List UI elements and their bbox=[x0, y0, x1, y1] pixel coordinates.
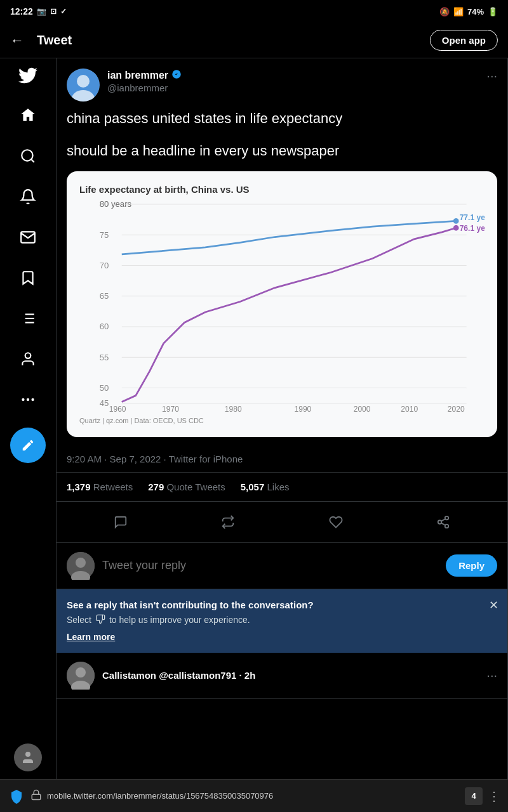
svg-point-9 bbox=[22, 398, 24, 401]
reply-more-button[interactable]: ··· bbox=[486, 668, 497, 683]
svg-point-0 bbox=[22, 150, 32, 160]
top-nav: ← Tweet Open app bbox=[0, 23, 508, 58]
sidebar-item-search[interactable] bbox=[10, 138, 46, 174]
quote-tweets-label: Quote Tweets bbox=[166, 481, 225, 492]
svg-text:1980: 1980 bbox=[225, 404, 242, 412]
reply-button[interactable]: Reply bbox=[446, 554, 497, 577]
tweet-actions bbox=[57, 502, 507, 543]
browser-tabs-button[interactable]: 4 bbox=[465, 787, 483, 805]
browser-bar: mobile.twitter.com/ianbremmer/status/156… bbox=[0, 779, 508, 812]
info-banner-text: Select to help us improve your experienc… bbox=[67, 614, 497, 626]
svg-rect-54 bbox=[32, 794, 41, 799]
svg-point-43 bbox=[445, 516, 449, 520]
svg-point-8 bbox=[25, 353, 31, 358]
svg-point-45 bbox=[445, 524, 449, 528]
open-app-button[interactable]: Open app bbox=[430, 30, 498, 51]
browser-menu-button[interactable]: ⋮ bbox=[488, 789, 500, 804]
chart-title: Life expectancy at birth, China vs. US bbox=[79, 184, 485, 195]
chart-container: Life expectancy at birth, China vs. US 8… bbox=[67, 171, 497, 437]
status-time: 12:22 📷 ⊡ ✓ bbox=[10, 6, 67, 16]
svg-point-12 bbox=[25, 752, 30, 757]
twitter-logo[interactable] bbox=[18, 66, 37, 88]
svg-text:77.1 years: 77.1 years bbox=[460, 213, 485, 222]
retweets-stat[interactable]: 1,379 Retweets bbox=[67, 481, 133, 492]
share-button[interactable] bbox=[428, 507, 458, 537]
comment-button[interactable] bbox=[105, 507, 136, 537]
user-avatar-sidebar[interactable] bbox=[14, 743, 42, 771]
compose-button[interactable] bbox=[10, 428, 46, 463]
retweets-label: Retweets bbox=[93, 481, 133, 492]
reply-preview: Callistamon @callistamon791 · 2h ··· bbox=[57, 653, 507, 699]
learn-more-link[interactable]: Learn more bbox=[67, 632, 115, 642]
svg-line-47 bbox=[441, 519, 445, 521]
sidebar-item-messages[interactable] bbox=[10, 219, 46, 255]
reply-user-info: Callistamon @callistamon791 · 2h bbox=[102, 670, 479, 681]
chart-source: Quartz | qz.com | Data: OECD, US CDC bbox=[79, 417, 485, 424]
sidebar-item-more[interactable] bbox=[10, 382, 46, 417]
svg-line-46 bbox=[441, 523, 445, 525]
sidebar-item-bookmarks[interactable] bbox=[10, 260, 46, 296]
svg-text:1970: 1970 bbox=[162, 404, 179, 412]
tweet-text-line2: should be a headline in every us newspap… bbox=[67, 141, 497, 161]
back-button[interactable]: ← bbox=[10, 32, 24, 49]
svg-point-10 bbox=[27, 398, 29, 401]
lock-icon bbox=[30, 789, 42, 803]
svg-point-35 bbox=[453, 225, 459, 230]
tweet-text: china passes united states in life expec… bbox=[67, 109, 497, 161]
tweet-more-button[interactable]: ··· bbox=[486, 69, 497, 83]
svg-point-49 bbox=[76, 558, 86, 568]
svg-text:2020: 2020 bbox=[448, 404, 465, 412]
svg-point-34 bbox=[453, 218, 459, 223]
info-banner-title: See a reply that isn't contributing to t… bbox=[67, 599, 497, 610]
sidebar-item-home[interactable] bbox=[10, 98, 46, 133]
svg-text:60: 60 bbox=[100, 322, 109, 331]
tweet-user-info: ian bremmer @ianbremmer bbox=[107, 69, 486, 93]
svg-text:45: 45 bbox=[100, 398, 109, 408]
svg-point-14 bbox=[77, 75, 90, 88]
svg-text:2000: 2000 bbox=[354, 404, 371, 412]
downvote-icon bbox=[95, 614, 105, 626]
chart-svg: 80 years 75 70 65 60 55 50 45 bbox=[79, 197, 485, 413]
info-banner: See a reply that isn't contributing to t… bbox=[57, 589, 507, 653]
tweet-author-avatar[interactable] bbox=[67, 69, 100, 102]
sidebar-item-lists[interactable] bbox=[10, 301, 46, 336]
svg-point-11 bbox=[31, 398, 34, 401]
svg-text:65: 65 bbox=[100, 291, 109, 301]
reply-username: Callistamon @callistamon791 · 2h bbox=[102, 670, 479, 681]
svg-text:70: 70 bbox=[100, 260, 109, 270]
likes-label: Likes bbox=[267, 481, 289, 492]
current-user-avatar bbox=[67, 552, 95, 580]
reply-author-avatar[interactable] bbox=[67, 662, 95, 690]
main-content: ian bremmer @ianbremmer ··· china passes… bbox=[56, 58, 508, 779]
status-bar: 12:22 📷 ⊡ ✓ 🔕 📶 74% 🔋 bbox=[0, 0, 508, 23]
sidebar bbox=[0, 58, 56, 779]
sidebar-item-notifications[interactable] bbox=[10, 179, 46, 214]
svg-text:50: 50 bbox=[100, 383, 109, 392]
tweet-text-line1: china passes united states in life expec… bbox=[67, 109, 497, 129]
likes-stat[interactable]: 5,057 Likes bbox=[241, 481, 290, 492]
chart-area: 80 years 75 70 65 60 55 50 45 bbox=[79, 197, 485, 413]
tweet-display-name[interactable]: ian bremmer bbox=[107, 69, 486, 82]
like-button[interactable] bbox=[321, 507, 351, 537]
sidebar-item-profile[interactable] bbox=[10, 341, 46, 377]
tweet-header: ian bremmer @ianbremmer ··· bbox=[67, 69, 497, 102]
retweet-button[interactable] bbox=[213, 507, 243, 537]
browser-url[interactable]: mobile.twitter.com/ianbremmer/status/156… bbox=[47, 791, 460, 801]
verified-badge bbox=[171, 69, 182, 82]
reply-input-area: Reply bbox=[57, 543, 507, 589]
page-title: Tweet bbox=[37, 33, 430, 48]
shield-icon bbox=[8, 787, 25, 805]
reply-input-field[interactable] bbox=[102, 559, 438, 572]
svg-point-44 bbox=[438, 520, 442, 524]
quote-tweets-stat[interactable]: 279 Quote Tweets bbox=[148, 481, 225, 492]
tweet-container: ian bremmer @ianbremmer ··· china passes… bbox=[57, 58, 507, 437]
tweet-stats: 1,379 Retweets 279 Quote Tweets 5,057 Li… bbox=[57, 473, 507, 502]
svg-text:55: 55 bbox=[100, 352, 109, 362]
info-banner-close-button[interactable]: ✕ bbox=[489, 598, 498, 612]
svg-text:76.1 years: 76.1 years bbox=[460, 223, 485, 232]
svg-text:1960: 1960 bbox=[109, 404, 126, 412]
svg-point-52 bbox=[76, 667, 86, 678]
svg-line-1 bbox=[31, 159, 34, 162]
svg-text:2010: 2010 bbox=[401, 404, 418, 412]
tweet-timestamp: 9:20 AM · Sep 7, 2022 · Twitter for iPho… bbox=[57, 446, 507, 473]
